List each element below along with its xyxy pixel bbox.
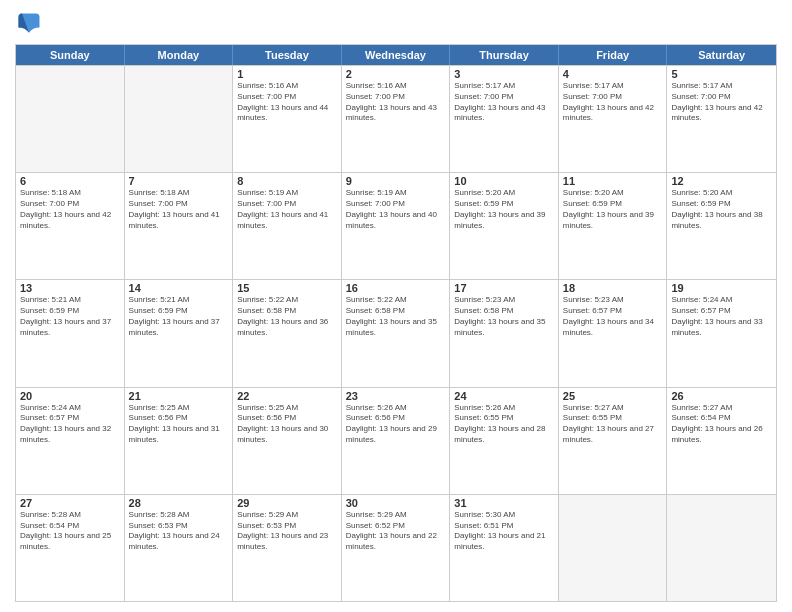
calendar-cell: 9Sunrise: 5:19 AMSunset: 7:00 PMDaylight… bbox=[342, 173, 451, 279]
calendar-cell: 11Sunrise: 5:20 AMSunset: 6:59 PMDayligh… bbox=[559, 173, 668, 279]
day-info: Sunrise: 5:28 AMSunset: 6:53 PMDaylight:… bbox=[129, 510, 229, 553]
day-info: Sunrise: 5:22 AMSunset: 6:58 PMDaylight:… bbox=[346, 295, 446, 338]
day-number: 5 bbox=[671, 68, 772, 80]
calendar-row-4: 20Sunrise: 5:24 AMSunset: 6:57 PMDayligh… bbox=[16, 387, 776, 494]
calendar-cell: 21Sunrise: 5:25 AMSunset: 6:56 PMDayligh… bbox=[125, 388, 234, 494]
header-day-sunday: Sunday bbox=[16, 45, 125, 65]
calendar-header: SundayMondayTuesdayWednesdayThursdayFrid… bbox=[16, 45, 776, 65]
calendar: SundayMondayTuesdayWednesdayThursdayFrid… bbox=[15, 44, 777, 602]
calendar-cell: 19Sunrise: 5:24 AMSunset: 6:57 PMDayligh… bbox=[667, 280, 776, 386]
calendar-cell: 7Sunrise: 5:18 AMSunset: 7:00 PMDaylight… bbox=[125, 173, 234, 279]
day-number: 21 bbox=[129, 390, 229, 402]
calendar-cell: 16Sunrise: 5:22 AMSunset: 6:58 PMDayligh… bbox=[342, 280, 451, 386]
day-info: Sunrise: 5:19 AMSunset: 7:00 PMDaylight:… bbox=[346, 188, 446, 231]
day-number: 12 bbox=[671, 175, 772, 187]
calendar-row-5: 27Sunrise: 5:28 AMSunset: 6:54 PMDayligh… bbox=[16, 494, 776, 601]
day-info: Sunrise: 5:16 AMSunset: 7:00 PMDaylight:… bbox=[346, 81, 446, 124]
day-info: Sunrise: 5:23 AMSunset: 6:57 PMDaylight:… bbox=[563, 295, 663, 338]
day-number: 19 bbox=[671, 282, 772, 294]
calendar-cell: 13Sunrise: 5:21 AMSunset: 6:59 PMDayligh… bbox=[16, 280, 125, 386]
calendar-cell: 5Sunrise: 5:17 AMSunset: 7:00 PMDaylight… bbox=[667, 66, 776, 172]
day-info: Sunrise: 5:20 AMSunset: 6:59 PMDaylight:… bbox=[671, 188, 772, 231]
calendar-cell: 26Sunrise: 5:27 AMSunset: 6:54 PMDayligh… bbox=[667, 388, 776, 494]
header-day-tuesday: Tuesday bbox=[233, 45, 342, 65]
calendar-cell: 18Sunrise: 5:23 AMSunset: 6:57 PMDayligh… bbox=[559, 280, 668, 386]
calendar-cell: 31Sunrise: 5:30 AMSunset: 6:51 PMDayligh… bbox=[450, 495, 559, 601]
day-info: Sunrise: 5:18 AMSunset: 7:00 PMDaylight:… bbox=[20, 188, 120, 231]
day-info: Sunrise: 5:20 AMSunset: 6:59 PMDaylight:… bbox=[454, 188, 554, 231]
day-info: Sunrise: 5:27 AMSunset: 6:55 PMDaylight:… bbox=[563, 403, 663, 446]
calendar-row-2: 6Sunrise: 5:18 AMSunset: 7:00 PMDaylight… bbox=[16, 172, 776, 279]
calendar-cell bbox=[16, 66, 125, 172]
day-number: 26 bbox=[671, 390, 772, 402]
calendar-row-3: 13Sunrise: 5:21 AMSunset: 6:59 PMDayligh… bbox=[16, 279, 776, 386]
day-info: Sunrise: 5:26 AMSunset: 6:56 PMDaylight:… bbox=[346, 403, 446, 446]
day-info: Sunrise: 5:24 AMSunset: 6:57 PMDaylight:… bbox=[671, 295, 772, 338]
calendar-cell: 28Sunrise: 5:28 AMSunset: 6:53 PMDayligh… bbox=[125, 495, 234, 601]
day-number: 14 bbox=[129, 282, 229, 294]
header-day-monday: Monday bbox=[125, 45, 234, 65]
header-day-saturday: Saturday bbox=[667, 45, 776, 65]
calendar-cell: 2Sunrise: 5:16 AMSunset: 7:00 PMDaylight… bbox=[342, 66, 451, 172]
calendar-cell: 8Sunrise: 5:19 AMSunset: 7:00 PMDaylight… bbox=[233, 173, 342, 279]
calendar-cell: 12Sunrise: 5:20 AMSunset: 6:59 PMDayligh… bbox=[667, 173, 776, 279]
calendar-cell: 17Sunrise: 5:23 AMSunset: 6:58 PMDayligh… bbox=[450, 280, 559, 386]
calendar-cell: 27Sunrise: 5:28 AMSunset: 6:54 PMDayligh… bbox=[16, 495, 125, 601]
day-info: Sunrise: 5:21 AMSunset: 6:59 PMDaylight:… bbox=[20, 295, 120, 338]
calendar-cell: 14Sunrise: 5:21 AMSunset: 6:59 PMDayligh… bbox=[125, 280, 234, 386]
header-day-friday: Friday bbox=[559, 45, 668, 65]
day-number: 3 bbox=[454, 68, 554, 80]
day-info: Sunrise: 5:24 AMSunset: 6:57 PMDaylight:… bbox=[20, 403, 120, 446]
day-number: 22 bbox=[237, 390, 337, 402]
day-number: 11 bbox=[563, 175, 663, 187]
day-number: 6 bbox=[20, 175, 120, 187]
day-number: 7 bbox=[129, 175, 229, 187]
day-info: Sunrise: 5:23 AMSunset: 6:58 PMDaylight:… bbox=[454, 295, 554, 338]
day-number: 27 bbox=[20, 497, 120, 509]
header-day-thursday: Thursday bbox=[450, 45, 559, 65]
day-info: Sunrise: 5:30 AMSunset: 6:51 PMDaylight:… bbox=[454, 510, 554, 553]
header bbox=[15, 10, 777, 38]
logo bbox=[15, 10, 47, 38]
calendar-cell: 10Sunrise: 5:20 AMSunset: 6:59 PMDayligh… bbox=[450, 173, 559, 279]
day-info: Sunrise: 5:19 AMSunset: 7:00 PMDaylight:… bbox=[237, 188, 337, 231]
day-number: 9 bbox=[346, 175, 446, 187]
day-info: Sunrise: 5:25 AMSunset: 6:56 PMDaylight:… bbox=[129, 403, 229, 446]
day-info: Sunrise: 5:29 AMSunset: 6:53 PMDaylight:… bbox=[237, 510, 337, 553]
calendar-cell: 6Sunrise: 5:18 AMSunset: 7:00 PMDaylight… bbox=[16, 173, 125, 279]
day-number: 17 bbox=[454, 282, 554, 294]
day-number: 23 bbox=[346, 390, 446, 402]
calendar-cell: 4Sunrise: 5:17 AMSunset: 7:00 PMDaylight… bbox=[559, 66, 668, 172]
calendar-row-1: 1Sunrise: 5:16 AMSunset: 7:00 PMDaylight… bbox=[16, 65, 776, 172]
day-number: 10 bbox=[454, 175, 554, 187]
calendar-cell: 24Sunrise: 5:26 AMSunset: 6:55 PMDayligh… bbox=[450, 388, 559, 494]
day-info: Sunrise: 5:27 AMSunset: 6:54 PMDaylight:… bbox=[671, 403, 772, 446]
day-number: 20 bbox=[20, 390, 120, 402]
page: SundayMondayTuesdayWednesdayThursdayFrid… bbox=[0, 0, 792, 612]
calendar-cell bbox=[125, 66, 234, 172]
day-info: Sunrise: 5:22 AMSunset: 6:58 PMDaylight:… bbox=[237, 295, 337, 338]
day-info: Sunrise: 5:17 AMSunset: 7:00 PMDaylight:… bbox=[454, 81, 554, 124]
day-number: 8 bbox=[237, 175, 337, 187]
day-info: Sunrise: 5:17 AMSunset: 7:00 PMDaylight:… bbox=[563, 81, 663, 124]
day-info: Sunrise: 5:18 AMSunset: 7:00 PMDaylight:… bbox=[129, 188, 229, 231]
calendar-cell bbox=[559, 495, 668, 601]
day-number: 25 bbox=[563, 390, 663, 402]
day-number: 24 bbox=[454, 390, 554, 402]
calendar-cell: 29Sunrise: 5:29 AMSunset: 6:53 PMDayligh… bbox=[233, 495, 342, 601]
day-info: Sunrise: 5:17 AMSunset: 7:00 PMDaylight:… bbox=[671, 81, 772, 124]
day-number: 4 bbox=[563, 68, 663, 80]
calendar-cell: 1Sunrise: 5:16 AMSunset: 7:00 PMDaylight… bbox=[233, 66, 342, 172]
day-info: Sunrise: 5:16 AMSunset: 7:00 PMDaylight:… bbox=[237, 81, 337, 124]
day-number: 16 bbox=[346, 282, 446, 294]
calendar-cell: 3Sunrise: 5:17 AMSunset: 7:00 PMDaylight… bbox=[450, 66, 559, 172]
calendar-cell: 20Sunrise: 5:24 AMSunset: 6:57 PMDayligh… bbox=[16, 388, 125, 494]
day-number: 29 bbox=[237, 497, 337, 509]
calendar-cell: 23Sunrise: 5:26 AMSunset: 6:56 PMDayligh… bbox=[342, 388, 451, 494]
day-number: 2 bbox=[346, 68, 446, 80]
day-number: 1 bbox=[237, 68, 337, 80]
day-info: Sunrise: 5:21 AMSunset: 6:59 PMDaylight:… bbox=[129, 295, 229, 338]
calendar-body: 1Sunrise: 5:16 AMSunset: 7:00 PMDaylight… bbox=[16, 65, 776, 601]
day-number: 28 bbox=[129, 497, 229, 509]
calendar-cell: 15Sunrise: 5:22 AMSunset: 6:58 PMDayligh… bbox=[233, 280, 342, 386]
